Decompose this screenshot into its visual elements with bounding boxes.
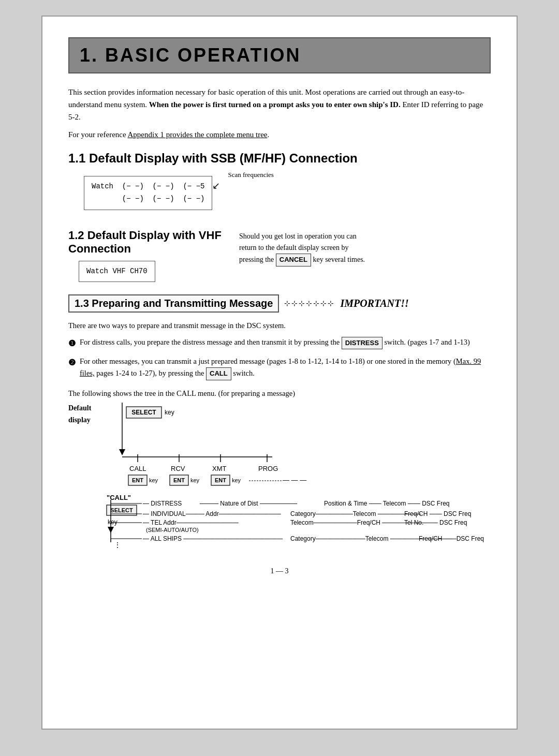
svg-text:— DISTRESS: — DISTRESS [143,500,182,507]
item2-post: switch. [233,369,254,377]
svg-text:Freq/CH —— DSC Freq: Freq/CH —— DSC Freq [404,510,471,517]
dots-separator: ⊹⊹⊹⊹⊹⊹⊹ [284,299,335,308]
s13-body1: There are two ways to prepare and transm… [68,320,491,332]
call-key-display: CALL [206,367,231,380]
scan-freq-annotation: Scan frequencies ↙ [228,171,273,191]
call-tree-section: The following shows the tree in the CALL… [68,388,491,552]
vhf-display-box: Watch VHF CH70 [79,261,155,283]
cancel-key-display: CANCEL [276,254,311,266]
svg-text:ENT: ENT [132,477,143,483]
svg-text:PROG: PROG [258,465,278,472]
appendix-para: For your reference Appendix 1 provides t… [68,128,491,141]
section-13-title: 1.3 Preparing and Transmitting Message [68,294,279,313]
item1-post: switch. (pages 1-7 and 1-13) [384,338,470,346]
side-text-4: key several times. [313,256,365,263]
item2-pre: For other messages, you can transmit a j… [80,357,456,365]
svg-text:Tel No. —— DSC Freq: Tel No. —— DSC Freq [404,519,467,526]
tree-diagram-col: SELECT key CALL [107,403,531,551]
numbered-item-2: ❷ For other messages, you can transmit a… [68,355,491,380]
appendix-link: Appendix 1 provides the complete menu tr… [128,130,268,139]
svg-text:⋮: ⋮ [114,541,121,549]
appendix-end: . [267,130,269,139]
section-11-container: Watch (− −) (− −) (− −5 (− −) (− −) (− −… [68,172,491,210]
svg-text:SELECT: SELECT [132,409,157,416]
svg-text:— TEL               Addr——————: — TEL Addr—————————— [143,519,239,526]
svg-text:Freq/CH ——DSC Freq: Freq/CH ——DSC Freq [419,535,484,542]
svg-text:— INDIVIDUAL——— Addr——————————: — INDIVIDUAL——— Addr—————————— [143,510,281,517]
ssb-display-line1: Watch (− −) (− −) (− −5 [92,181,204,193]
tree-svg: SELECT key CALL [107,403,531,547]
scan-label: Scan frequencies [228,171,273,179]
section-13-body: There are two ways to prepare and transm… [68,320,491,380]
item1-pre: For distress calls, you prepare the dist… [80,338,340,346]
svg-text:— ALL SHIPS ————————————————: — ALL SHIPS ———————————————— [143,535,283,542]
intro-paragraph: This section provides information necess… [68,86,491,123]
distress-key: DISTRESS [342,337,383,350]
svg-text:SELECT: SELECT [111,507,134,513]
item1-text: For distress calls, you prepare the dist… [80,336,470,349]
svg-text:(SEMI-AUTO/AUTO): (SEMI-AUTO/AUTO) [146,527,199,533]
section-12-container: 1.2 Default Display with VHFConnection W… [68,220,491,283]
svg-text:key: key [232,477,241,483]
section-11-heading: 1.1 Default Display with SSB (MF/HF) Con… [68,151,491,166]
side-text: Should you get lost in operation you can… [239,231,491,267]
svg-text:——— Nature of Dist ——————: ——— Nature of Dist —————— [200,500,297,507]
svg-text:ENT: ENT [215,477,226,483]
svg-text:Category——————Telecom ———————: Category——————Telecom ——————— [290,510,421,517]
default-label-2: display [68,414,91,426]
side-text-2: return to the default display screen by [239,244,348,251]
page-number: 1 — 3 [271,567,289,575]
svg-text:"CALL": "CALL" [107,494,131,501]
vhf-display-text: Watch VHF CH70 [86,267,148,275]
section-12-left: 1.2 Default Display with VHFConnection W… [68,220,224,283]
scan-arrow: ↙ [212,180,273,191]
ssb-display-box: Watch (− −) (− −) (− −5 (− −) (− −) (− −… [84,176,212,210]
default-label-1: Default [68,403,91,414]
numbered-item-1: ❶ For distress calls, you prepare the di… [68,336,491,350]
svg-text:CALL: CALL [129,465,146,472]
num-1: ❶ [68,337,76,350]
tree-intro: The following shows the tree in the CALL… [68,388,491,399]
svg-text:— — —: — — — [283,476,306,484]
section-13-heading-row: 1.3 Preparing and Transmitting Message ⊹… [68,294,491,313]
svg-text:ENT: ENT [173,477,185,483]
side-text-1: Should you get lost in operation you can [239,232,357,240]
svg-text:key: key [108,518,117,526]
num-2: ❷ [68,356,76,369]
svg-text:key: key [149,477,158,483]
item2-mid: pages 1-24 to 1-27), by pressing the [95,369,204,377]
tree-top-area: Default display SELECT key [68,403,491,551]
section-12-heading: 1.2 Default Display with VHFConnection [68,229,224,256]
ssb-display-line2: (− −) (− −) (− −) [92,193,204,205]
item2-text: For other messages, you can transmit a j… [80,355,491,380]
svg-text:RCV: RCV [171,465,185,472]
page: 1. BASIC OPERATION This section provides… [41,16,518,730]
svg-text:key: key [165,409,174,416]
appendix-prefix: For your reference [68,130,128,139]
side-text-3: pressing the [239,256,274,263]
chapter-title: 1. BASIC OPERATION [80,45,479,66]
page-footer: 1 — 3 [68,567,491,575]
svg-text:key: key [190,477,200,483]
chapter-header: 1. BASIC OPERATION [68,37,491,73]
important-label: IMPORTANT!! [340,298,408,309]
svg-text:XMT: XMT [212,465,227,472]
svg-marker-5 [119,449,125,455]
intro-bold: When the power is first turned on a prom… [149,100,401,109]
default-display-col: Default display [68,403,91,426]
svg-text:Position & Time —— Telecom —— : Position & Time —— Telecom —— DSC Freq [324,500,450,507]
section-12-right: Should you get lost in operation you can… [239,220,491,283]
